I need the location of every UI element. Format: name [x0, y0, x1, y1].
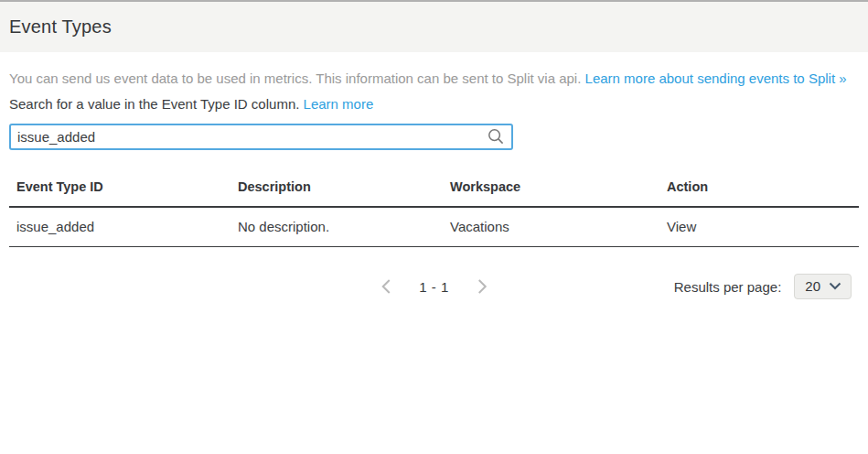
chevron-down-icon — [829, 282, 841, 290]
cell-event-type-id: issue_added — [9, 208, 230, 246]
page-range: 1 - 1 — [419, 279, 449, 295]
search-box — [9, 124, 513, 150]
cell-workspace: Vacations — [443, 208, 659, 246]
search-input[interactable] — [9, 124, 513, 150]
cell-description: No description. — [230, 208, 443, 246]
column-header-description: Description — [230, 170, 443, 206]
results-per-page-group: Results per page: 20 — [674, 273, 852, 300]
pagination: 1 - 1 — [379, 273, 489, 300]
learn-more-link[interactable]: Learn more — [304, 96, 374, 112]
next-page-button[interactable] — [475, 277, 489, 296]
chevron-left-icon — [381, 278, 391, 295]
intro-text: You can send us event data to be used in… — [9, 70, 585, 86]
results-per-page-select[interactable]: 20 — [794, 274, 852, 299]
page-title: Event Types — [9, 16, 112, 38]
results-per-page-value: 20 — [805, 278, 820, 294]
cell-action-view[interactable]: View — [659, 208, 859, 246]
event-types-table: Event Type ID Description Workspace Acti… — [9, 170, 859, 247]
previous-page-button[interactable] — [379, 277, 393, 296]
column-header-workspace: Workspace — [443, 170, 659, 206]
table-footer: 1 - 1 Results per page: 20 — [9, 273, 859, 300]
column-header-action: Action — [659, 170, 859, 206]
main-content: You can send us event data to be used in… — [0, 70, 868, 300]
page-header: Event Types — [0, 2, 868, 52]
chevron-right-icon — [477, 278, 487, 295]
intro-paragraph: You can send us event data to be used in… — [9, 70, 859, 87]
learn-more-sending-events-link[interactable]: Learn more about sending events to Split… — [585, 70, 847, 86]
search-help-text: Search for a value in the Event Type ID … — [9, 96, 304, 112]
search-help-paragraph: Search for a value in the Event Type ID … — [9, 95, 859, 113]
column-header-event-type-id: Event Type ID — [9, 170, 230, 206]
table-header-row: Event Type ID Description Workspace Acti… — [9, 170, 859, 208]
table-row: issue_added No description. Vacations Vi… — [9, 208, 859, 247]
results-per-page-label: Results per page: — [674, 279, 782, 295]
